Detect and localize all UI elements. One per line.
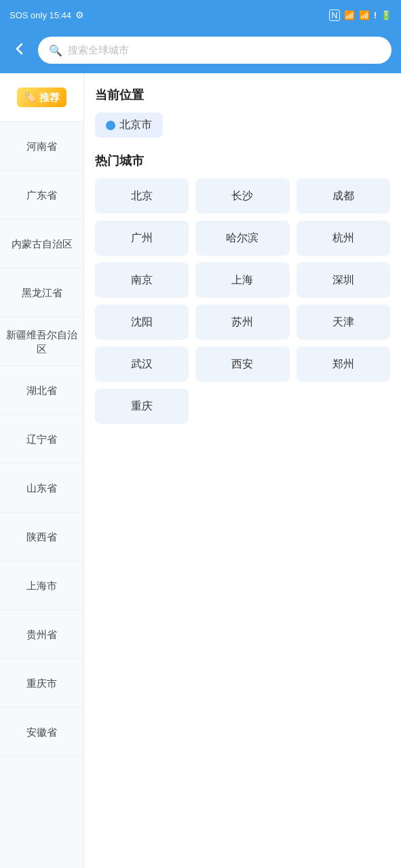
- hot-cities-title: 热门城市: [95, 153, 390, 169]
- sidebar-item-label: 贵州省: [26, 627, 57, 642]
- sidebar: 🏷️ 推荐 河南省 广东省 内蒙古自治区 黑龙江省 新疆维吾尔自治区 湖北省 辽…: [0, 73, 84, 868]
- battery-alert-icon: !: [374, 10, 377, 20]
- status-right: N 📶 📶 ! 🔋: [329, 9, 392, 21]
- hot-city-button[interactable]: 重庆: [95, 389, 189, 424]
- sidebar-item-heilongjiang[interactable]: 黑龙江省: [0, 269, 83, 317]
- sidebar-item-label: 重庆市: [26, 676, 57, 690]
- sidebar-item-guizhou[interactable]: 贵州省: [0, 610, 83, 659]
- recommend-label: 推荐: [39, 90, 60, 104]
- hot-city-button[interactable]: 天津: [297, 304, 390, 340]
- hot-city-button[interactable]: 西安: [195, 347, 289, 382]
- sidebar-item-label: 上海市: [26, 578, 57, 593]
- sidebar-item-label: 黑龙江省: [22, 285, 62, 300]
- wifi-icon: 📶: [359, 10, 370, 20]
- hot-city-button[interactable]: 南京: [95, 262, 189, 298]
- signal-icon: 📶: [344, 10, 355, 20]
- sidebar-item-shanghai[interactable]: 上海市: [0, 561, 83, 610]
- current-city-chip[interactable]: 北京市: [95, 113, 163, 138]
- sidebar-item-label: 湖北省: [26, 383, 57, 397]
- hot-city-button[interactable]: 上海: [195, 262, 289, 298]
- nfc-icon: N: [329, 9, 339, 21]
- sidebar-item-label: 陕西省: [26, 530, 57, 544]
- sidebar-item-label: 新疆维吾尔自治区: [5, 328, 78, 356]
- hot-city-button[interactable]: 武汉: [95, 347, 189, 382]
- content-area: 当前位置 北京市 热门城市 北京长沙成都广州哈尔滨杭州南京上海深圳沈阳苏州天津武…: [84, 73, 401, 868]
- sidebar-item-chongqing[interactable]: 重庆市: [0, 659, 83, 708]
- hot-city-button[interactable]: 苏州: [195, 304, 289, 340]
- sidebar-item-liaoning[interactable]: 辽宁省: [0, 415, 83, 464]
- hot-city-button[interactable]: 哈尔滨: [195, 220, 289, 256]
- search-icon: 🔍: [49, 44, 62, 57]
- back-button[interactable]: [9, 39, 30, 62]
- sidebar-item-neimenggu[interactable]: 内蒙古自治区: [0, 220, 83, 269]
- hot-city-button[interactable]: 广州: [95, 220, 189, 256]
- hot-city-button[interactable]: 杭州: [297, 220, 390, 256]
- hot-city-button[interactable]: 深圳: [297, 262, 390, 298]
- location-dot-icon: [106, 121, 115, 130]
- hot-city-button[interactable]: 长沙: [195, 178, 289, 214]
- current-city-name: 北京市: [119, 118, 152, 132]
- main-layout: 🏷️ 推荐 河南省 广东省 内蒙古自治区 黑龙江省 新疆维吾尔自治区 湖北省 辽…: [0, 73, 401, 868]
- battery-icon: 🔋: [381, 10, 392, 20]
- sidebar-item-shandong[interactable]: 山东省: [0, 464, 83, 513]
- sidebar-item-xinjiang[interactable]: 新疆维吾尔自治区: [0, 317, 83, 366]
- hot-cities-grid: 北京长沙成都广州哈尔滨杭州南京上海深圳沈阳苏州天津武汉西安郑州重庆: [95, 178, 390, 424]
- settings-icon: ⚙: [75, 9, 84, 20]
- sidebar-item-henan[interactable]: 河南省: [0, 122, 83, 171]
- sidebar-item-anhui[interactable]: 安徽省: [0, 708, 83, 757]
- current-location-title: 当前位置: [95, 87, 390, 103]
- status-text: SOS only 15:44: [9, 10, 71, 20]
- status-left: SOS only 15:44 ⚙: [9, 9, 84, 20]
- sidebar-item-label: 辽宁省: [26, 432, 57, 446]
- search-placeholder: 搜索全球城市: [68, 44, 129, 57]
- header: 🔍 搜索全球城市: [0, 30, 401, 73]
- sidebar-item-label: 广东省: [26, 188, 57, 202]
- sidebar-item-label: 河南省: [26, 139, 57, 153]
- hot-city-button[interactable]: 北京: [95, 178, 189, 214]
- sidebar-item-label: 内蒙古自治区: [12, 237, 73, 251]
- hot-city-button[interactable]: 成都: [297, 178, 390, 214]
- search-bar[interactable]: 🔍 搜索全球城市: [38, 37, 392, 64]
- sidebar-item-hubei[interactable]: 湖北省: [0, 366, 83, 415]
- fire-icon: 🏷️: [24, 90, 37, 104]
- recommend-badge: 🏷️ 推荐: [17, 87, 66, 107]
- sidebar-item-label: 安徽省: [26, 725, 57, 739]
- status-bar: SOS only 15:44 ⚙ N 📶 📶 ! 🔋: [0, 0, 401, 30]
- sidebar-item-label: 山东省: [26, 481, 57, 495]
- sidebar-item-recommend[interactable]: 🏷️ 推荐: [0, 73, 83, 122]
- sidebar-item-shaanxi[interactable]: 陕西省: [0, 513, 83, 561]
- hot-city-button[interactable]: 沈阳: [95, 304, 189, 340]
- sidebar-item-guangdong[interactable]: 广东省: [0, 171, 83, 220]
- hot-city-button[interactable]: 郑州: [297, 347, 390, 382]
